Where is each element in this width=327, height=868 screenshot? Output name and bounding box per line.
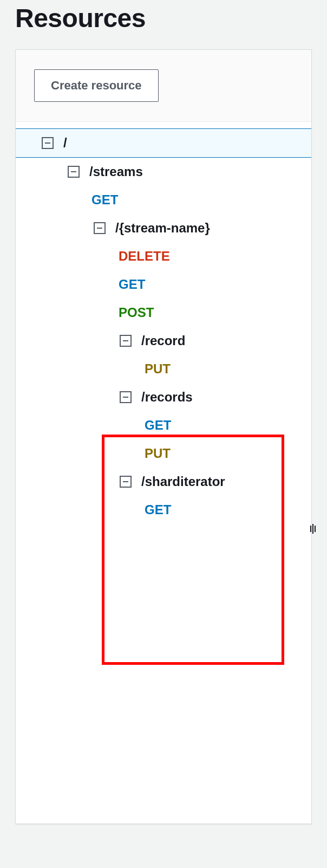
resource-tree: / /streams GET /{stream-name} DELETE GET [16, 122, 311, 524]
collapse-icon[interactable] [120, 335, 132, 347]
method-label: POST [119, 305, 154, 320]
tree-node-streams[interactable]: /streams [16, 158, 311, 186]
tree-node-stream-name[interactable]: /{stream-name} [16, 214, 311, 242]
tree-method[interactable]: GET [16, 411, 311, 439]
collapse-icon[interactable] [42, 137, 54, 149]
tree-node-sharditerator[interactable]: /sharditerator [16, 468, 311, 496]
collapse-icon[interactable] [94, 222, 106, 234]
path-label: /{stream-name} [115, 221, 210, 236]
method-label: DELETE [119, 249, 170, 264]
method-label: PUT [145, 361, 171, 377]
tree-node-root[interactable]: / [16, 128, 311, 158]
method-label: GET [119, 277, 145, 292]
page-title: Resources [15, 0, 312, 33]
panel-resize-handle-icon[interactable] [309, 521, 317, 536]
panel-header: Create resource [16, 50, 311, 122]
tree-method[interactable]: GET [16, 496, 311, 524]
tree-method[interactable]: DELETE [16, 242, 311, 270]
resources-panel: Create resource / /streams GET /{stream-… [15, 49, 312, 824]
tree-method[interactable]: GET [16, 270, 311, 299]
tree-node-record[interactable]: /record [16, 327, 311, 355]
method-label: GET [91, 192, 118, 208]
tree-method[interactable]: GET [16, 186, 311, 214]
tree-method[interactable]: POST [16, 299, 311, 327]
method-label: PUT [145, 446, 171, 461]
path-label: /streams [89, 164, 143, 179]
method-label: GET [145, 418, 171, 433]
tree-method[interactable]: PUT [16, 439, 311, 468]
path-label: /record [141, 333, 185, 348]
tree-node-records[interactable]: /records [16, 383, 311, 411]
create-resource-button[interactable]: Create resource [34, 69, 159, 102]
collapse-icon[interactable] [68, 166, 80, 178]
tree-method[interactable]: PUT [16, 355, 311, 383]
collapse-icon[interactable] [120, 391, 132, 403]
path-label: / [63, 135, 67, 151]
method-label: GET [145, 502, 171, 517]
path-label: /sharditerator [141, 474, 225, 489]
path-label: /records [141, 390, 193, 405]
collapse-icon[interactable] [120, 476, 132, 488]
